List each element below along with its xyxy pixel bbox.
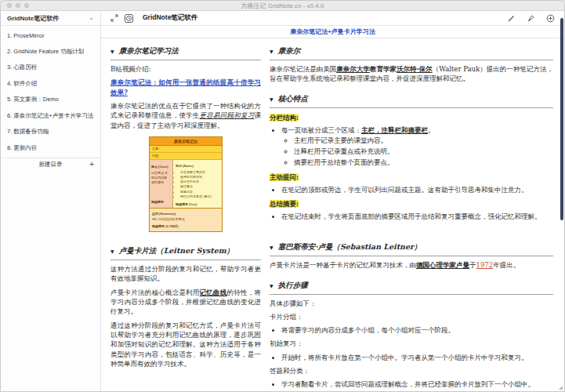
feature-bullet-questions: 在笔记的顶部或旁边，学生可以列出问题或主题。这有助于引导思考和集中注意力。	[281, 185, 553, 194]
step-label: 答题和分类：	[270, 366, 553, 376]
notebook-selector[interactable]: GridNote笔记软件 ⌄	[1, 11, 100, 26]
leitner-benefit-paragraph: 通过这种分阶段的复习和记忆方式，卢曼卡片法可以帮助学习者充分利用记忆曲线的原理，…	[110, 321, 261, 369]
diagram-cues-column: 提示 (Cues) 记录要点 关键词与问题 课后填写 提纲摘要	[150, 160, 173, 208]
section-heading-sebastian-leitner[interactable]: ▼ 塞巴斯蒂安·卢曼（Sebastian Leitner）	[270, 236, 553, 256]
steps-intro: 具体步骤如下：	[270, 299, 553, 308]
step-bullet: 将需要学习的内容分成多个小组，每个小组对应一个阶段。	[281, 325, 553, 335]
sidebar-item[interactable]: 4. 软件介绍	[1, 76, 100, 93]
left-column: ▼ 康奈尔笔记学习法 B站视频介绍: 康奈尔笔记法：如何用一张普通的纸提高十倍学…	[110, 40, 261, 391]
leitner-concept-paragraph: 卢曼卡片法的核心概念是利用记忆曲线的特性，将学习内容分成多个阶段，并根据记忆曲线…	[110, 288, 261, 317]
content-area: GridNote笔记软件 康奈尔笔记法+卢曼卡片学习法	[101, 11, 564, 391]
section-heading-cornell-method[interactable]: ▼ 康奈尔笔记学习法	[110, 40, 261, 60]
collapse-triangle-icon[interactable]: ▼	[110, 49, 114, 54]
feature-label-questions: 主动提问:	[270, 173, 553, 183]
sidebar-item[interactable]: 8. 更新内容	[1, 140, 100, 157]
new-folder-button[interactable]: 新建目录	[39, 161, 63, 169]
pen-icon[interactable]	[527, 14, 535, 23]
collapse-triangle-icon[interactable]: ▼	[270, 245, 273, 250]
collapse-triangle-icon[interactable]: ▼	[270, 283, 273, 289]
document-body: ▼ 康奈尔笔记学习法 B站视频介绍: 康奈尔笔记法：如何用一张普通的纸提高十倍学…	[101, 38, 564, 391]
sidebar-item[interactable]: 1. ProseMirror	[1, 28, 100, 44]
year-1972-link[interactable]: 1972	[476, 261, 494, 269]
step-bullet: 开始时，将所有卡片放在第一个小组中。学习者从第一个小组的卡片中学习和复习。	[281, 353, 553, 362]
sidebar: GridNote笔记软件 ⌄ 1. ProseMirror 2. GridNot…	[1, 11, 101, 391]
doc-header-row: 康奈尔笔记法+卢曼卡片学习法	[101, 26, 564, 38]
sub-bullet: 主栏用于记录主要的课堂内容。	[294, 136, 553, 146]
leitner-intro-paragraph: 这种方法通过分阶段的复习和记忆，帮助学习者更有效地掌握知识。	[110, 264, 261, 284]
section-heading-cornell[interactable]: ▼ 康奈尔	[270, 40, 553, 60]
sub-bullet: 摘要栏用于总结整个页面的要点。	[294, 158, 553, 168]
vertical-scrollbar[interactable]	[560, 18, 563, 220]
sidebar-item[interactable]: 7. 数据备份功能	[1, 124, 100, 140]
sidebar-item[interactable]: 5. 英文案例：Demo	[1, 92, 100, 108]
history-icon[interactable]	[125, 14, 133, 23]
section-heading-core-features[interactable]: ▼ 核心特点	[270, 88, 553, 108]
sidebar-item[interactable]: 3. 心路历程	[1, 60, 100, 76]
resize-handle[interactable]	[559, 386, 563, 390]
feature-bullet-summary: 在笔记结束时，学生将页面底部的摘要区域用于总结和复习重要概念，强化记忆和理解。	[281, 212, 553, 221]
feature-bullet-columns: 每一页纸被分成三个区域：主栏，注释栏和摘要栏。 主栏用于记录主要的课堂内容。注释…	[281, 125, 553, 168]
bilibili-video-link[interactable]: 康奈尔笔记法：如何用一张普通的纸提高十倍学习效果?	[110, 78, 261, 96]
section-heading-leitner-system[interactable]: ▼ 卢曼卡片法（Leitner System）	[110, 240, 261, 260]
plus-icon[interactable]: +	[89, 160, 94, 169]
document-title: GridNote笔记软件	[143, 13, 197, 23]
cornell-advantage-paragraph: 康奈尔笔记法的优点在于它提供了一种结构化的方式来记录和整理信息，使学生更容易回顾…	[110, 101, 261, 130]
collapse-triangle-icon[interactable]: ▼	[270, 49, 273, 54]
step-bullet: 学习者翻看卡片，尝试回答问题或理解概念，并将已经掌握的卡片放到下一个小组中。	[281, 379, 553, 389]
diagram-notes-column: 笔记 (Notes) 记录课堂主要内容使用短句和缩写留出空白补充标注重点随堂记录…	[173, 160, 222, 208]
steps-list: 卡片分组： 将需要学习的内容分成多个小组，每个小组对应一个阶段。 初始复习： 开…	[270, 312, 553, 391]
step-label: 初始复习：	[270, 339, 553, 348]
intro-text: B站视频介绍:	[110, 64, 261, 74]
sidebar-item[interactable]: 6. 康奈尔笔记法+卢曼卡片学习法	[1, 108, 100, 125]
pencil-icon[interactable]	[507, 14, 516, 23]
feature-label-columns: 分栏结构:	[270, 114, 553, 123]
doc-toolbar: GridNote笔记软件	[101, 11, 564, 26]
sidebar-item[interactable]: 2. GridNote Feature 功能计划	[1, 44, 100, 60]
window-title: 方格注记 GridNote.cn - v0.4.0	[1, 2, 564, 10]
notebook-selector-label: GridNote笔记软件	[7, 14, 59, 23]
leitner-origin-paragraph: 卢曼卡片法是一种基于卡片的记忆和复习技术，由德国心理学家卢曼于1972年提出。	[270, 260, 553, 270]
collapse-triangle-icon[interactable]: ▼	[110, 249, 114, 254]
diagram-summary-row: 总结 (Summary) 用1-2句话总结本页要点 提纲摘要 (2-3句话)	[150, 209, 222, 231]
doc-top-link[interactable]: 康奈尔笔记法+卢曼卡片学习法	[290, 27, 375, 36]
cornell-diagram-image: 康奈尔笔记法 主题: 日期: 提示 (Cues) 记录要点 关键词与问题 课后填…	[149, 136, 223, 232]
app-window: 方格注记 GridNote.cn - v0.4.0 GridNote笔记软件 ⌄…	[0, 0, 565, 392]
chevron-down-icon: ⌄	[89, 16, 94, 20]
settings-icon[interactable]	[546, 14, 555, 23]
new-folder-row: 新建目录 +	[1, 158, 100, 171]
feature-label-summary: 总结摘要:	[270, 200, 553, 209]
section-heading-steps[interactable]: ▼ 执行步骤	[270, 274, 553, 295]
sidebar-list: 1. ProseMirror 2. GridNote Feature 功能计划 …	[1, 26, 100, 156]
titlebar: 方格注记 GridNote.cn - v0.4.0	[1, 1, 564, 11]
collapse-triangle-icon[interactable]: ▼	[270, 96, 273, 102]
cornell-origin-paragraph: 康奈尔笔记法是由美国康奈尔大学教育学家沃尔特·保尔（Walter Pauk）提出…	[270, 64, 553, 84]
right-column: ▼ 康奈尔 康奈尔笔记法是由美国康奈尔大学教育学家沃尔特·保尔（Walter P…	[270, 40, 553, 391]
expand-icon[interactable]	[110, 14, 118, 22]
step-label: 卡片分组：	[270, 312, 553, 321]
sub-bullet: 注释栏用于记录重点或补充说明。	[294, 147, 553, 157]
